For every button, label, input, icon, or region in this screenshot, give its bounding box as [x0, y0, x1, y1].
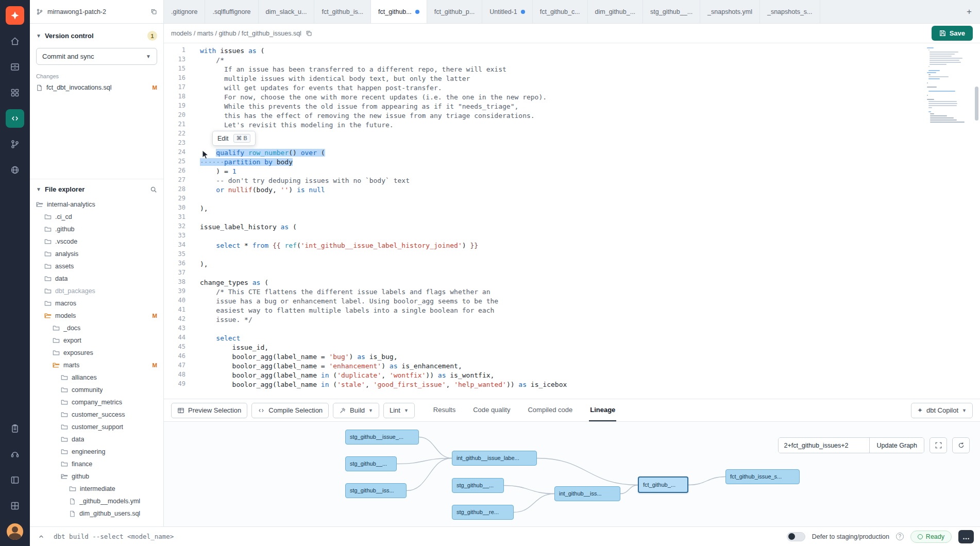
code-editor[interactable]: 1131516171819202122232425262728293031323…	[164, 43, 980, 399]
code-line[interactable]: issue_id,	[200, 343, 924, 352]
home-icon[interactable]	[6, 32, 24, 50]
code-line[interactable]: will get updates for events that happen …	[200, 83, 924, 93]
lineage-selector-input[interactable]	[779, 438, 869, 453]
file-tree-item[interactable]: data	[30, 433, 163, 446]
editor-tab[interactable]: .gitignore	[164, 0, 205, 23]
branch-header[interactable]: mirnawong1-patch-2	[30, 0, 164, 23]
dbt-logo[interactable]	[6, 6, 24, 25]
edit-context-popup[interactable]: Edit ⌘ B	[212, 131, 256, 146]
changed-file-row[interactable]: fct_dbt_invocations.sql M	[36, 84, 157, 91]
code-line[interactable]: While this prevents the old issue from a…	[200, 102, 924, 111]
code-line[interactable]: Let's revisit this modeling in the futur…	[200, 121, 924, 130]
editor-tab[interactable]: Untitled-1	[482, 0, 533, 23]
code-line[interactable]: multiple issues with identical body text…	[200, 74, 924, 83]
build-button[interactable]: Build ▼	[333, 403, 379, 418]
file-tree-item[interactable]: github	[30, 470, 163, 483]
code-line[interactable]: issue has a bug or enhancement label. Us…	[200, 297, 924, 306]
branch-icon[interactable]	[6, 135, 24, 153]
editor-tab[interactable]: dim_slack_u...	[259, 0, 315, 23]
preview-selection-button[interactable]: Preview Selection	[171, 403, 247, 418]
library-icon[interactable]	[6, 497, 24, 515]
file-tree-item[interactable]: finance	[30, 458, 163, 470]
file-tree-item[interactable]: community	[30, 384, 163, 396]
file-tree-item[interactable]: macros	[30, 297, 163, 310]
file-tree-item[interactable]: alliances	[30, 371, 163, 384]
search-icon[interactable]	[150, 186, 157, 193]
code-line[interactable]: easiest way to flatten multiple labels i…	[200, 306, 924, 315]
file-tree-item[interactable]: martsM	[30, 359, 163, 371]
code-line[interactable]: ),	[200, 204, 924, 213]
code-line[interactable]	[200, 139, 924, 148]
refresh-button[interactable]	[952, 437, 970, 453]
dbt-command-text[interactable]: dbt build --select <model_name>	[54, 533, 174, 540]
lineage-node[interactable]: stg_github__...	[345, 456, 397, 471]
support-icon[interactable]	[6, 445, 24, 464]
code-line[interactable]: /* This CTE flattens the different issue…	[200, 287, 924, 297]
code-line[interactable]: qualify row_number() over (	[200, 148, 924, 158]
code-line[interactable]: -- don't try deduping issues with no `bo…	[200, 176, 924, 185]
file-tree-item[interactable]: .vscode	[30, 235, 163, 248]
code-line[interactable]: with issues as (	[200, 46, 924, 56]
file-tree-item[interactable]: dim_github_users.sql	[30, 507, 163, 520]
code-line[interactable]: /*	[200, 56, 924, 65]
defer-toggle[interactable]	[787, 532, 805, 541]
editor-tab[interactable]: stg_github__...	[643, 0, 700, 23]
version-control-header[interactable]: ▼ Version control 1	[36, 31, 157, 41]
code-line[interactable]	[200, 195, 924, 204]
code-line[interactable]	[200, 232, 924, 241]
file-tree-item[interactable]: data	[30, 272, 163, 285]
editor-tab[interactable]: fct_github_p...	[427, 0, 483, 23]
code-line[interactable]: boolor_agg(label_name = 'enhancement') a…	[200, 362, 924, 371]
commit-and-sync-button[interactable]: Commit and sync ▼	[36, 48, 157, 65]
editor-scrollbar[interactable]	[973, 43, 980, 399]
globe-icon[interactable]	[6, 161, 24, 179]
dbt-copilot-button[interactable]: ✦ dbt Copilot ▼	[911, 403, 973, 418]
file-tree-item[interactable]: engineering	[30, 446, 163, 458]
apps-icon[interactable]	[6, 83, 24, 102]
lineage-node[interactable]: stg_github__issue_...	[345, 430, 419, 445]
editor-tab[interactable]: fct_github...	[371, 0, 427, 23]
file-tree-item[interactable]: modelsM	[30, 310, 163, 322]
code-line[interactable]: ) = 1	[200, 167, 924, 176]
compile-selection-button[interactable]: Compile Selection	[251, 403, 329, 418]
file-tree-item[interactable]: .github	[30, 223, 163, 235]
code-line[interactable]: change_types as (	[200, 278, 924, 287]
user-avatar[interactable]	[6, 522, 24, 541]
code-line[interactable]	[200, 269, 924, 278]
code-line[interactable]: ),	[200, 260, 924, 269]
code-line[interactable]: For now, choose the one with more recent…	[200, 93, 924, 102]
code-line[interactable]: boolor_agg(label_name = 'bug') as is_bug…	[200, 352, 924, 362]
file-tree-item[interactable]: _docs	[30, 322, 163, 334]
code-line[interactable]: select * from {{ ref('int_github__issue_…	[200, 241, 924, 250]
notes-icon[interactable]	[6, 419, 24, 438]
status-ready-badge[interactable]: Ready	[910, 531, 952, 543]
result-tab-compiled-code[interactable]: Compiled code	[527, 399, 573, 421]
lineage-node[interactable]: fct_github_issue_s...	[725, 469, 800, 484]
file-tree-item[interactable]: dbt_packages	[30, 285, 163, 297]
editor-code-area[interactable]: with issues as ( /* If an issue has been…	[193, 43, 924, 399]
result-tab-code-quality[interactable]: Code quality	[472, 399, 511, 421]
editor-tab[interactable]: fct_github_is...	[314, 0, 371, 23]
file-tree-item[interactable]: customer_support	[30, 421, 163, 433]
new-tab-button[interactable]: +	[958, 0, 980, 23]
file-tree-item[interactable]: assets	[30, 260, 163, 272]
code-line[interactable]	[200, 325, 924, 334]
code-line[interactable]: boolor_agg(label_name in ('stale', 'good…	[200, 380, 924, 389]
update-graph-button[interactable]: Update Graph	[869, 438, 924, 453]
code-line[interactable]	[200, 250, 924, 260]
lineage-node[interactable]: int_github__issue_labe...	[452, 451, 537, 466]
result-tab-lineage[interactable]: Lineage	[589, 399, 616, 421]
deploy-icon[interactable]	[6, 58, 24, 76]
file-tree-item[interactable]: intermediate	[30, 483, 163, 495]
file-tree-item[interactable]: company_metrics	[30, 396, 163, 408]
code-line[interactable]: issue_label_history as (	[200, 223, 924, 232]
editor-minimap[interactable]	[924, 43, 973, 399]
editor-tab[interactable]: fct_github_c...	[533, 0, 588, 23]
copy-path-icon[interactable]	[306, 30, 312, 37]
code-line[interactable]: boolor_agg(label_name in ('duplicate', '…	[200, 371, 924, 380]
file-tree-item[interactable]: customer_success	[30, 408, 163, 421]
editor-tab[interactable]: _snapshots.yml	[700, 0, 760, 23]
save-button[interactable]: Save	[932, 26, 973, 41]
copy-branch-icon[interactable]	[150, 8, 157, 15]
code-line[interactable]: issue. */	[200, 315, 924, 325]
